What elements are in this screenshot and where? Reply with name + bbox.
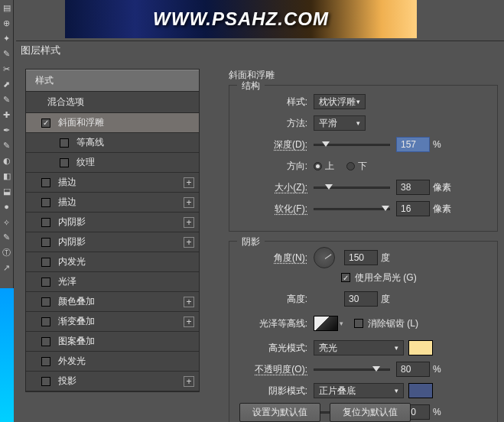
soften-input[interactable]: 16 [396, 201, 430, 216]
color-overlay-row[interactable]: 颜色叠加 + [26, 292, 199, 312]
tool-icon[interactable]: Ⓣ [2, 247, 12, 258]
down-label: 下 [358, 160, 367, 173]
inner-glow-row[interactable]: 内发光 [26, 252, 199, 272]
tool-icon[interactable]: ◧ [2, 170, 12, 181]
row-label: 等高线 [76, 136, 104, 149]
pattern-overlay-row[interactable]: 图案叠加 [26, 332, 199, 352]
style-header[interactable]: 样式 [26, 70, 199, 92]
tool-icon[interactable]: ⬓ [2, 186, 12, 196]
shadow-mode-label: 阴影模式: [239, 385, 307, 398]
add-icon[interactable]: + [184, 376, 194, 387]
checkbox-icon[interactable] [60, 138, 69, 148]
shadow-group: 阴影 角度(N): 150 度 ✓ 使用全局光 (G) [229, 241, 498, 422]
highlight-mode-label: 高光模式: [239, 342, 307, 355]
shadow-mode-select[interactable]: 正片叠底▾ [314, 383, 404, 398]
contour-row[interactable]: 等高线 [26, 133, 199, 153]
tool-icon[interactable]: ✂ [2, 63, 12, 74]
checkbox-icon[interactable] [41, 238, 50, 247]
row-label: 描边 [58, 176, 76, 189]
checkbox-icon[interactable] [60, 158, 69, 167]
texture-row[interactable]: 纹理 [26, 153, 199, 173]
opacity-o-input[interactable]: 80 [396, 362, 430, 377]
altitude-input[interactable]: 30 [344, 291, 378, 307]
row-label: 颜色叠加 [58, 295, 95, 308]
drop-shadow-row[interactable]: 投影 + [26, 372, 199, 391]
tool-icon[interactable]: ▤ [2, 2, 12, 13]
outer-glow-row[interactable]: 外发光 [26, 352, 199, 372]
angle-dial[interactable] [314, 247, 335, 268]
checkbox-icon[interactable] [41, 258, 50, 267]
gloss-contour-swatch[interactable] [314, 316, 338, 331]
tool-icon[interactable]: ⬈ [2, 79, 12, 89]
row-label: 内阴影 [58, 216, 86, 229]
add-icon[interactable]: + [184, 316, 194, 327]
checkbox-icon[interactable] [41, 278, 50, 287]
direction-down-radio[interactable] [346, 162, 355, 170]
direction-label: 方向: [239, 160, 307, 173]
antialias-checkbox[interactable] [354, 319, 363, 328]
checkbox-icon[interactable]: ✓ [41, 118, 50, 128]
tool-icon[interactable]: ✚ [2, 109, 12, 120]
checkbox-icon[interactable] [41, 218, 50, 227]
tool-icon[interactable]: ● [2, 201, 12, 212]
tool-icon[interactable]: ✦ [2, 33, 12, 44]
inner-shadow-row[interactable]: 内阴影 + [26, 213, 199, 232]
reset-default-button[interactable]: 复位为默认值 [330, 403, 411, 422]
checkbox-icon[interactable] [41, 178, 50, 187]
checkbox-icon[interactable] [41, 297, 50, 307]
satin-row[interactable]: 光泽 [26, 272, 199, 292]
checkbox-icon[interactable] [41, 317, 50, 326]
row-label: 渐变叠加 [58, 315, 95, 328]
tool-icon[interactable]: ⊕ [2, 18, 12, 28]
blue-edge [0, 288, 14, 422]
unit-label: % [433, 139, 441, 150]
checkbox-icon[interactable] [41, 357, 50, 366]
set-default-button[interactable]: 设置为默认值 [239, 403, 320, 422]
global-light-checkbox[interactable]: ✓ [341, 273, 350, 282]
bevel-emboss-row[interactable]: ✓ 斜面和浮雕 [26, 113, 199, 133]
checkbox-icon[interactable] [41, 337, 50, 346]
highlight-color-swatch[interactable] [408, 340, 433, 355]
tool-icon[interactable]: ✎ [2, 232, 12, 242]
style-select[interactable]: 枕状浮雕▾ [314, 94, 366, 109]
soften-slider[interactable] [314, 208, 390, 210]
size-input[interactable]: 38 [396, 180, 430, 195]
row-label: 内阴影 [58, 235, 86, 248]
highlight-mode-select[interactable]: 亮光▾ [314, 340, 404, 355]
depth-input[interactable]: 157 [396, 137, 430, 152]
add-icon[interactable]: + [184, 237, 194, 248]
add-icon[interactable]: + [184, 177, 194, 188]
checkbox-icon[interactable] [41, 198, 50, 207]
opacity-o-slider[interactable] [314, 368, 390, 371]
tool-icon[interactable]: ✎ [2, 94, 12, 105]
size-slider[interactable] [314, 187, 390, 189]
add-icon[interactable]: + [184, 197, 194, 208]
stroke-row[interactable]: 描边 + [26, 173, 199, 193]
tool-icon[interactable]: ✒ [2, 125, 12, 135]
depth-slider[interactable] [314, 144, 390, 146]
blend-options[interactable]: 混合选项 [26, 92, 199, 113]
shadow-color-swatch[interactable] [408, 383, 433, 398]
tool-icon[interactable]: ↗ [2, 262, 12, 273]
unit-label: % [433, 364, 441, 375]
gradient-overlay-row[interactable]: 渐变叠加 + [26, 312, 199, 332]
chevron-down-icon: ▾ [395, 387, 398, 394]
tool-icon[interactable]: ✎ [2, 140, 12, 151]
unit-label: 像素 [433, 203, 451, 216]
angle-input[interactable]: 150 [344, 250, 378, 265]
banner-image: WWW.PSAHZ.COM [65, 0, 417, 38]
angle-label: 角度(N): [239, 252, 307, 265]
stroke-row[interactable]: 描边 + [26, 193, 199, 213]
method-select[interactable]: 平滑▾ [314, 115, 366, 131]
add-icon[interactable]: + [184, 217, 194, 228]
opacity-o-label: 不透明度(O): [239, 363, 307, 376]
checkbox-icon[interactable] [41, 377, 50, 386]
tool-icon[interactable]: ◐ [2, 155, 12, 166]
tool-icon[interactable]: ✎ [2, 48, 12, 59]
style-label: 样式: [239, 96, 307, 109]
direction-up-radio[interactable] [314, 162, 322, 170]
add-icon[interactable]: + [184, 297, 194, 307]
inner-shadow-row[interactable]: 内阴影 + [26, 232, 199, 252]
tool-icon[interactable]: ⟡ [2, 216, 12, 227]
antialias-label: 消除锯齿 (L) [368, 317, 418, 330]
